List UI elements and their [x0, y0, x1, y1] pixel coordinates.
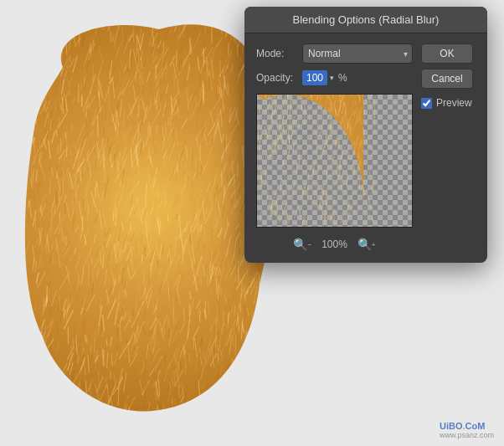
zoom-out-icon[interactable]: 🔍−: [293, 238, 311, 251]
opacity-row: Opacity: 100 ▾ %: [256, 70, 413, 85]
zoom-bar: 🔍− 100% 🔍+: [256, 234, 413, 253]
watermark-subtext: www.psanz.com: [440, 431, 494, 439]
preview-label: Preview: [436, 97, 472, 109]
preview-canvas: [257, 95, 412, 227]
mode-select[interactable]: Normal Dissolve Multiply Screen: [302, 44, 413, 64]
zoom-value: 100%: [321, 238, 347, 250]
watermark-text2: CoM: [465, 421, 486, 431]
dialog-title: Blending Options (Radial Blur): [293, 13, 440, 26]
preview-area: [256, 94, 413, 228]
dialog-right: OK Cancel Preview: [421, 44, 476, 253]
blending-options-dialog: Blending Options (Radial Blur) Mode: Nor…: [244, 7, 487, 263]
opacity-unit: %: [338, 72, 347, 84]
dialog-left: Mode: Normal Dissolve Multiply Screen Op…: [256, 44, 413, 253]
dialog-main-content: Mode: Normal Dissolve Multiply Screen Op…: [256, 44, 476, 253]
opacity-label: Opacity:: [256, 72, 302, 84]
opacity-value-wrapper: 100 ▾ %: [302, 70, 347, 85]
watermark: UiBO.CoM www.psanz.com: [440, 421, 494, 439]
zoom-in-icon[interactable]: 🔍+: [357, 238, 376, 251]
dialog-body: Mode: Normal Dissolve Multiply Screen Op…: [244, 33, 487, 263]
mode-select-wrapper[interactable]: Normal Dissolve Multiply Screen: [302, 44, 413, 64]
mode-label: Mode:: [256, 48, 302, 59]
opacity-arrow-icon[interactable]: ▾: [330, 74, 334, 82]
opacity-value[interactable]: 100: [302, 70, 327, 85]
preview-checkbox-row: Preview: [421, 97, 476, 109]
cancel-button[interactable]: Cancel: [421, 69, 473, 89]
preview-checkbox[interactable]: [421, 98, 432, 109]
mode-row: Mode: Normal Dissolve Multiply Screen: [256, 44, 413, 64]
dialog-titlebar: Blending Options (Radial Blur): [244, 7, 487, 33]
watermark-text1: UiBO: [440, 421, 463, 431]
ok-button[interactable]: OK: [421, 44, 473, 64]
